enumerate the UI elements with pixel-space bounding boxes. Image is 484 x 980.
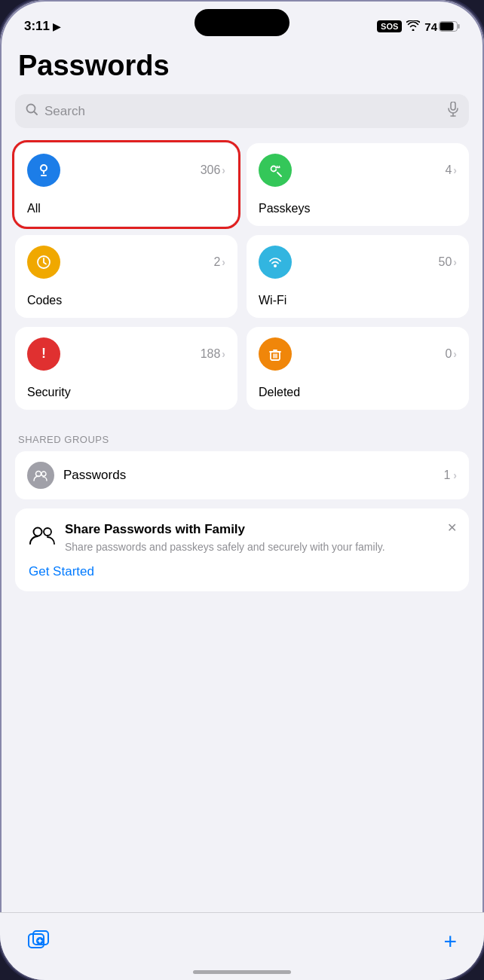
share-card-description: Share passwords and passkeys safely and … xyxy=(65,540,385,555)
wifi-label: Wi-Fi xyxy=(259,294,457,307)
svg-text:!: ! xyxy=(41,346,46,361)
battery-level: 74 xyxy=(424,20,437,33)
passkeys-label: Passkeys xyxy=(259,202,457,215)
security-icon: ! xyxy=(27,337,60,371)
search-bar[interactable]: Search xyxy=(15,94,469,128)
share-family-card: Share Passwords with Family Share passwo… xyxy=(15,508,469,591)
grid-item-wifi[interactable]: 50 › Wi-Fi xyxy=(247,235,469,318)
deleted-count: 0 › xyxy=(445,347,457,361)
chevron-icon: › xyxy=(222,348,225,360)
wifi-count: 50 › xyxy=(439,255,457,269)
codes-label: Codes xyxy=(27,294,225,307)
share-card-title: Share Passwords with Family xyxy=(65,522,385,537)
chevron-icon: › xyxy=(222,164,225,176)
svg-point-8 xyxy=(271,166,277,172)
item-header-security: ! 188 › xyxy=(27,337,225,371)
security-count: 188 › xyxy=(201,347,225,361)
svg-point-17 xyxy=(34,528,42,536)
deleted-icon xyxy=(259,337,292,371)
svg-rect-1 xyxy=(458,24,460,29)
sos-badge: SOS xyxy=(377,20,402,32)
shared-groups-header: SHARED GROUPS xyxy=(15,434,469,445)
grid-item-all[interactable]: 306 › All xyxy=(15,143,237,226)
location-icon: ▶ xyxy=(53,21,60,32)
svg-rect-4 xyxy=(451,102,455,110)
grid-item-security[interactable]: ! 188 › Security xyxy=(15,327,237,410)
grid-item-deleted[interactable]: 0 › Deleted xyxy=(247,327,469,410)
close-share-card-button[interactable]: ✕ xyxy=(447,521,457,535)
chevron-icon: › xyxy=(453,164,457,176)
battery-icon: 74 xyxy=(424,20,460,33)
microphone-icon xyxy=(448,102,458,121)
svg-rect-2 xyxy=(440,23,454,31)
deleted-label: Deleted xyxy=(259,386,457,399)
all-count: 306 › xyxy=(201,163,225,177)
item-header-codes: 2 › xyxy=(27,246,225,279)
main-content: Passwords Search xyxy=(0,41,484,920)
group-label: Passwords xyxy=(63,468,126,483)
svg-point-16 xyxy=(41,472,46,476)
all-label: All xyxy=(27,202,225,215)
codes-count: 2 › xyxy=(213,255,225,269)
security-label: Security xyxy=(27,386,225,399)
search-icon xyxy=(26,103,38,119)
category-grid: 306 › All xyxy=(15,143,469,410)
status-right: SOS 74 xyxy=(377,20,460,33)
svg-point-11 xyxy=(274,264,277,267)
page-title: Passwords xyxy=(18,50,469,82)
grid-item-codes[interactable]: 2 › Codes xyxy=(15,235,237,318)
search-placeholder: Search xyxy=(44,104,442,119)
item-header-passkeys: 4 › xyxy=(259,154,457,187)
add-button[interactable]: + xyxy=(443,929,457,954)
add-group-button[interactable] xyxy=(27,930,51,954)
grid-item-passkeys[interactable]: 4 › Passkeys xyxy=(247,143,469,226)
shared-passwords-group[interactable]: Passwords 1 › xyxy=(15,451,469,499)
svg-point-7 xyxy=(41,165,47,171)
chevron-icon: › xyxy=(222,256,225,268)
svg-point-18 xyxy=(44,528,51,536)
wifi-status-icon xyxy=(406,20,420,33)
passkeys-count: 4 › xyxy=(445,163,457,177)
share-family-icon xyxy=(29,524,56,551)
status-time: 3:11 ▶ xyxy=(24,19,60,34)
item-header-wifi: 50 › xyxy=(259,246,457,279)
group-count: 1 xyxy=(443,469,450,482)
get-started-link[interactable]: Get Started xyxy=(29,564,455,579)
codes-icon xyxy=(27,246,60,279)
wifi-icon xyxy=(259,246,292,279)
item-header-deleted: 0 › xyxy=(259,337,457,371)
phone-frame: 3:11 ▶ SOS 74 xyxy=(0,0,484,980)
group-icon xyxy=(27,462,54,489)
time-display: 3:11 xyxy=(24,19,50,34)
chevron-icon: › xyxy=(453,256,457,268)
chevron-icon: › xyxy=(453,469,457,481)
item-header-all: 306 › xyxy=(27,154,225,187)
chevron-icon: › xyxy=(453,348,457,360)
dynamic-island xyxy=(195,9,289,36)
passkeys-icon xyxy=(259,154,292,187)
all-icon xyxy=(27,154,60,187)
home-indicator xyxy=(193,970,291,974)
